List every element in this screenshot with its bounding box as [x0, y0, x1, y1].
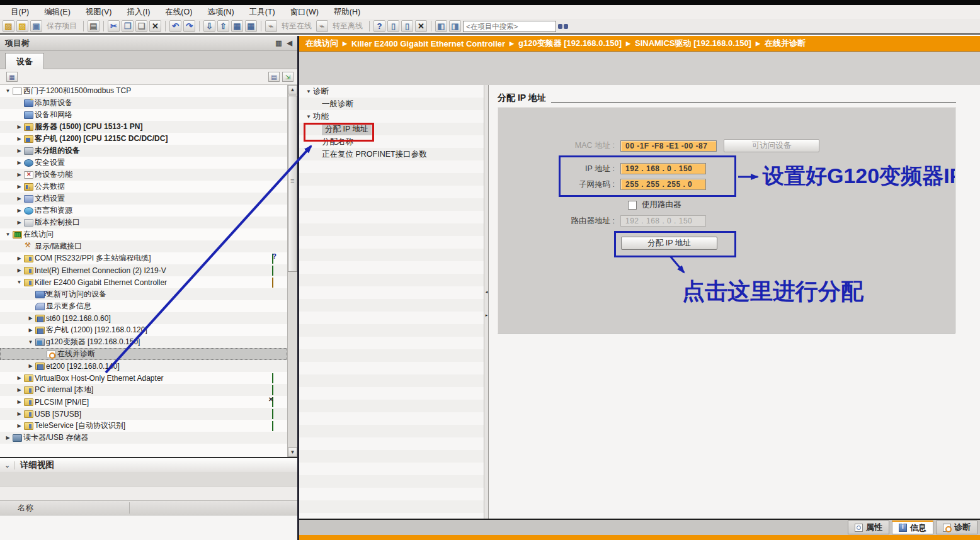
tree-row-16[interactable]: ▼Killer E2400 Gigabit Ethernet Controlle…	[0, 276, 287, 288]
tree-expander-icon[interactable]: ▶	[26, 363, 35, 369]
delete-icon[interactable]: ✕	[149, 20, 161, 32]
tree-scrollbar[interactable]: ▲ ▼	[287, 85, 297, 457]
menu-item-6[interactable]: 工具(T)	[242, 6, 282, 19]
menu-item-0[interactable]: 目(P)	[4, 6, 36, 19]
tree-row-28[interactable]: ▶TeleService [自动协议识别]	[0, 420, 287, 432]
redo-icon[interactable]: ↷	[183, 20, 195, 32]
details-view-header[interactable]: ⌄ 详细视图	[0, 457, 297, 472]
tree-expander-icon[interactable]: ▼	[4, 88, 12, 94]
scroll-down-icon[interactable]: ▼	[288, 447, 297, 457]
tree-row-7[interactable]: ▶跨设备功能	[0, 169, 287, 181]
tree-row-6[interactable]: ▶安全设置	[0, 157, 287, 169]
tree-row-29[interactable]: ▶读卡器/USB 存储器	[0, 432, 287, 444]
tree-row-3[interactable]: ▶服务器 (1500) [CPU 1513-1 PN]	[0, 121, 287, 133]
tree-row-26[interactable]: ▶PLCSIM [PN/IE]	[0, 396, 287, 408]
tree-row-27[interactable]: ▶USB [S7USB]	[0, 408, 287, 420]
undo-icon[interactable]: ↶	[169, 20, 181, 32]
download-to-device-icon[interactable]: ⇩	[203, 20, 215, 32]
start-simulation-icon[interactable]: ▯	[387, 20, 399, 32]
auto-collapse-icon[interactable]: ▥	[275, 39, 282, 47]
inspector-tab-0[interactable]: 属性	[848, 520, 889, 534]
tree-expander-icon[interactable]: ▶	[4, 435, 12, 441]
breadcrumb-item-4[interactable]: 在线并诊断	[765, 38, 806, 49]
diag-row-0[interactable]: ▼诊断	[299, 85, 484, 98]
tree-row-23[interactable]: ▶et200 [192.168.0.140]	[0, 360, 287, 372]
tree-row-20[interactable]: ▶客户机 (1200) [192.168.0.120]	[0, 324, 287, 336]
diag-expander-icon[interactable]: ▼	[304, 89, 313, 94]
tree-row-18[interactable]: 显示更多信息	[0, 300, 287, 312]
go-online-plug-icon[interactable]: ⌁	[265, 20, 277, 32]
menu-item-3[interactable]: 插入(I)	[120, 6, 157, 19]
tree-row-5[interactable]: ▶未分组的设备	[0, 145, 287, 157]
copy-icon[interactable]: ❐	[122, 20, 134, 32]
menu-item-5[interactable]: 选项(N)	[200, 6, 241, 19]
tree-expander-icon[interactable]: ▶	[15, 375, 23, 381]
tree-row-22[interactable]: 在线并诊断	[0, 348, 287, 360]
split-editor-horizontal-icon[interactable]: ◧	[435, 20, 447, 32]
diag-row-5[interactable]: 正在复位 PROFINET接口参数	[299, 148, 484, 160]
tree-expander-icon[interactable]: ▶	[26, 315, 35, 321]
inspector-tab-2[interactable]: 诊断	[936, 520, 977, 534]
use-router-checkbox[interactable]	[628, 201, 637, 210]
breadcrumb-item-2[interactable]: g120变频器 [192.168.0.150]	[518, 38, 622, 49]
tree-expander-icon[interactable]: ▶	[15, 184, 23, 189]
upload-from-device-icon[interactable]: ⇧	[217, 20, 229, 32]
tree-row-11[interactable]: ▶版本控制接口	[0, 217, 287, 228]
tree-expander-icon[interactable]: ▶	[15, 196, 23, 201]
tree-expander-icon[interactable]: ▶	[15, 423, 23, 429]
new-project-icon[interactable]: ▨	[3, 20, 14, 32]
tree-row-15[interactable]: ▶Intel(R) Ethernet Connection (2) I219-V	[0, 264, 287, 276]
accessible-devices-icon[interactable]: ?	[373, 20, 385, 32]
menu-item-4[interactable]: 在线(O)	[158, 6, 199, 19]
scroll-up-icon[interactable]: ▲	[288, 85, 297, 94]
tree-row-24[interactable]: ▶VirtualBox Host-Only Ethernet Adapter	[0, 372, 287, 384]
tree-expander-icon[interactable]: ▶	[15, 172, 23, 177]
print-icon[interactable]: ▤	[88, 20, 100, 32]
tree-expander-icon[interactable]: ▶	[15, 160, 23, 166]
diag-row-2[interactable]: ▼功能	[299, 110, 484, 123]
scrollbar-thumb[interactable]	[288, 96, 297, 272]
search-project-icon[interactable]	[558, 23, 568, 30]
tree-row-10[interactable]: ▶语言和资源	[0, 205, 287, 217]
paste-icon[interactable]: ❏	[135, 20, 147, 32]
go-offline-plug-icon[interactable]: ⌁	[316, 20, 328, 32]
tree-expander-icon[interactable]: ▶	[15, 399, 23, 405]
tree-expander-icon[interactable]: ▼	[26, 339, 35, 345]
cross-reference-icon[interactable]: ✕	[415, 20, 427, 32]
menu-item-2[interactable]: 视图(V)	[79, 6, 119, 19]
tree-expander-icon[interactable]: ▼	[4, 232, 12, 237]
splitter-left-icon[interactable]: ◂	[484, 290, 489, 295]
splitter-right-icon[interactable]: ▸	[484, 313, 489, 318]
breadcrumb-item-1[interactable]: Killer E2400 Gigabit Ethernet Controller	[351, 39, 505, 48]
collapse-all-icon[interactable]: ⇲	[282, 72, 293, 82]
tree-row-12[interactable]: ▼在线访问	[0, 228, 287, 240]
column-divider[interactable]	[129, 502, 130, 514]
tree-expander-icon[interactable]: ▶	[15, 267, 23, 273]
tree-row-0[interactable]: ▼西门子1200和1500modbus TCP	[0, 85, 287, 97]
project-search-input[interactable]	[463, 21, 556, 32]
tree-expander-icon[interactable]: ▶	[15, 124, 23, 130]
tree-row-9[interactable]: ▶文档设置	[0, 193, 287, 205]
tree-expander-icon[interactable]: ▶	[15, 136, 23, 142]
panel-splitter[interactable]: ◂ ▸	[484, 85, 489, 520]
tree-columns-icon[interactable]: ▤	[268, 72, 280, 82]
tab-devices[interactable]: 设备	[5, 53, 44, 69]
tree-row-25[interactable]: ▶PC internal [本地]	[0, 384, 287, 396]
mac-address-field[interactable]: 00 -1F -F8 -E1 -00 -87	[620, 140, 717, 152]
inspector-tab-1[interactable]: 信息	[892, 520, 933, 534]
tree-row-1[interactable]: 添加新设备	[0, 97, 287, 109]
breadcrumb-item-0[interactable]: 在线访问	[305, 38, 338, 49]
tree-expander-icon[interactable]: ▼	[15, 279, 23, 285]
tree-expander-icon[interactable]: ▶	[15, 148, 23, 154]
tree-row-8[interactable]: ▶公共数据	[0, 181, 287, 193]
tree-expander-icon[interactable]: ▶	[15, 411, 23, 417]
split-editor-vertical-icon[interactable]: ◨	[449, 20, 461, 32]
accessible-devices-button[interactable]: 可访问设备	[724, 139, 819, 152]
save-project-icon[interactable]: ▣	[30, 20, 42, 32]
tree-expander-icon[interactable]: ▶	[15, 256, 23, 261]
stop-runtime-icon[interactable]: ▯	[401, 20, 413, 32]
tree-expander-icon[interactable]: ▶	[15, 387, 23, 393]
menu-item-8[interactable]: 帮助(H)	[327, 6, 367, 19]
tree-row-19[interactable]: ▶st60 [192.168.0.60]	[0, 312, 287, 324]
menu-item-1[interactable]: 编辑(E)	[37, 6, 77, 19]
